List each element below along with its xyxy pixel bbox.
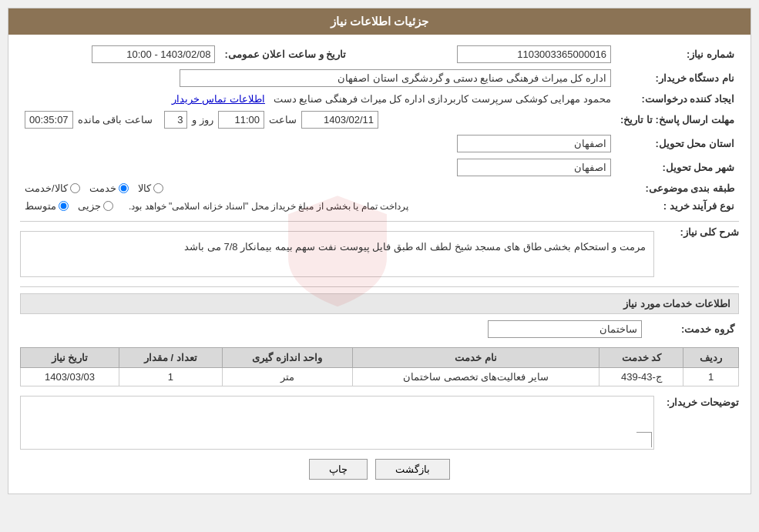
send-deadline-row: مهلت ارسال پاسخ: تا تاریخ: 00:35:07 ساعت… [20,108,739,132]
send-days-connector [157,114,160,125]
radio-motavasset[interactable]: متوسط [25,200,69,212]
service-group-table: گروه خدمت: ساختمان [20,317,739,341]
need-description-label: شرح کلی نیاز: [662,226,739,238]
col-service-name: نام خدمت [352,348,599,368]
province-input: اصفهان [457,135,611,152]
radio-jozi-input[interactable] [103,201,113,211]
radio-kala-input[interactable] [153,183,163,193]
public-announce-value: 1403/02/08 - 10:00 [20,42,220,66]
public-announce-input: 1403/02/08 - 10:00 [92,45,215,63]
radio-kala-khadmat-input[interactable] [70,183,80,193]
buyer-notes-box[interactable] [20,396,654,450]
radio-motavasset-input[interactable] [59,201,69,211]
buyer-notes-label: توضیحات خریدار: [662,393,739,408]
need-number-label: شماره نیاز: [616,42,739,66]
buyer-notes-section: توضیحات خریدار: [20,393,739,450]
radio-motavasset-label: متوسط [25,200,56,212]
send-days-label: روز و [192,114,213,125]
creator-text: محمود مهرایی کوشکی سرپرست کاربردازی ادار… [274,93,611,105]
service-group-input: ساختمان [488,320,642,338]
info-table: شماره نیاز: 1103003365000016 تاریخ و ساع… [20,42,739,215]
city-value: اصفهان [20,156,616,179]
creator-row: ایجاد کننده درخواست: محمود مهرایی کوشکی … [20,90,739,108]
category-radios: کالا/خدمت خدمت کالا [20,179,616,197]
send-deadline-fields: 00:35:07 ساعت باقی مانده 3 روز و 11:00 س… [20,108,616,132]
city-row: شهر محل تحویل: اصفهان [20,156,739,179]
send-date-input: 1403/02/11 [301,111,378,129]
buyer-org-row: نام دستگاه خریدار: اداره کل میراث فرهنگی… [20,66,739,90]
radio-kala-khadmat[interactable]: کالا/خدمت [25,182,80,194]
table-cell-2: سایر فعالیت‌های تخصصی ساختمان [352,368,599,386]
creator-value: محمود مهرایی کوشکی سرپرست کاربردازی ادار… [20,90,616,108]
purchase-type-label: نوع فرآیند خرید : [616,197,739,215]
purchase-radio-group: متوسط جزیی [25,200,113,212]
buyer-org-label: نام دستگاه خریدار: [616,66,739,90]
services-table: ردیف کد خدمت نام خدمت واحد اندازه گیری ت… [20,347,739,386]
service-group-row: گروه خدمت: ساختمان [20,317,739,341]
city-input: اصفهان [457,159,611,176]
radio-khadmat-input[interactable] [119,183,129,193]
city-label: شهر محل تحویل: [616,156,739,179]
remaining-label: ساعت باقی مانده [78,114,153,125]
creator-link[interactable]: اطلاعات تماس خریدار [172,93,265,105]
radio-kala-khadmat-label: کالا/خدمت [25,182,68,194]
service-group-value: ساختمان [20,317,646,341]
province-label: استان محل تحویل: [616,132,739,156]
table-cell-3: متر [222,368,352,386]
radio-jozi-label: جزیی [78,200,101,212]
page-title: جزئیات اطلاعات نیاز [331,15,428,28]
province-value: اصفهان [20,132,616,156]
need-number-row: شماره نیاز: 1103003365000016 تاریخ و ساع… [20,42,739,66]
content-area: شماره نیاز: 1103003365000016 تاریخ و ساع… [8,35,751,494]
need-description-box: مرمت و استحکام بخشی طاق های مسجد شیخ لطف… [20,231,654,277]
remaining-time: 00:35:07 [25,111,73,129]
table-cell-0: 1 [683,368,739,386]
send-time-label: ساعت [269,114,297,125]
services-table-head: ردیف کد خدمت نام خدمت واحد اندازه گیری ت… [21,348,739,368]
buyer-org-input: اداره کل میراث فرهنگی صنایع دستی و گردشگ… [180,69,611,87]
radio-kala-label: کالا [138,182,151,194]
send-deadline-label: مهلت ارسال پاسخ: تا تاریخ: [616,108,739,132]
purchase-type-area: متوسط جزیی پرداخت تمام یا بخشی از مبلغ خ… [20,197,616,215]
divider-2 [20,286,739,287]
need-description-section: شرح کلی نیاز: مرمت و استحکام بخشی طاق ها… [20,226,739,282]
services-header-row: ردیف کد خدمت نام خدمت واحد اندازه گیری ت… [21,348,739,368]
radio-kala[interactable]: کالا [138,182,163,194]
service-group-label: گروه خدمت: [646,317,739,341]
table-cell-4: 1 [119,368,223,386]
buyer-org-value: اداره کل میراث فرهنگی صنایع دستی و گردشگ… [20,66,616,90]
resize-handle[interactable] [636,432,652,447]
back-button[interactable]: بازگشت [375,459,450,480]
main-container: جزئیات اطلاعات نیاز شماره نیاز: 11030033… [8,8,751,494]
need-description-text: مرمت و استحکام بخشی طاق های مسجد شیخ لطف… [29,238,646,256]
page-header: جزئیات اطلاعات نیاز [8,8,751,35]
col-service-code: کد خدمت [599,348,683,368]
table-cell-1: ج-43-439 [599,368,683,386]
col-row-num: ردیف [683,348,739,368]
bottom-buttons: بازگشت چاپ [20,450,739,486]
category-row: طبقه بندی موضوعی: کالا/خدمت خدمت [20,179,739,197]
col-quantity: تعداد / مقدار [119,348,223,368]
category-label: طبقه بندی موضوعی: [616,179,739,197]
purchase-note: پرداخت تمام یا بخشی از مبلغ خریداز محل "… [129,201,408,212]
service-info-header: اطلاعات خدمات مورد نیاز [20,293,739,314]
print-button[interactable]: چاپ [309,459,368,480]
radio-khadmat-label: خدمت [89,182,116,194]
divider-1 [20,221,739,222]
col-date: تاریخ نیاز [21,348,119,368]
province-row: استان محل تحویل: اصفهان [20,132,739,156]
radio-khadmat[interactable]: خدمت [89,182,129,194]
public-announce-label: تاریخ و ساعت اعلان عمومی: [220,42,369,66]
need-number-value: 1103003365000016 [369,42,616,66]
table-cell-5: 1403/03/03 [21,368,119,386]
need-number-input: 1103003365000016 [457,45,611,63]
send-time-input: 11:00 [218,111,264,129]
services-table-body: 1ج-43-439سایر فعالیت‌های تخصصی ساختمانمت… [21,368,739,386]
table-row: 1ج-43-439سایر فعالیت‌های تخصصی ساختمانمت… [21,368,739,386]
category-radio-group: کالا/خدمت خدمت کالا [25,182,611,194]
page-wrapper: جزئیات اطلاعات نیاز شماره نیاز: 11030033… [0,0,759,532]
send-days-input: 3 [164,111,187,129]
radio-jozi[interactable]: جزیی [78,200,113,212]
creator-label: ایجاد کننده درخواست: [616,90,739,108]
purchase-type-row: نوع فرآیند خرید : متوسط جزیی [20,197,739,215]
